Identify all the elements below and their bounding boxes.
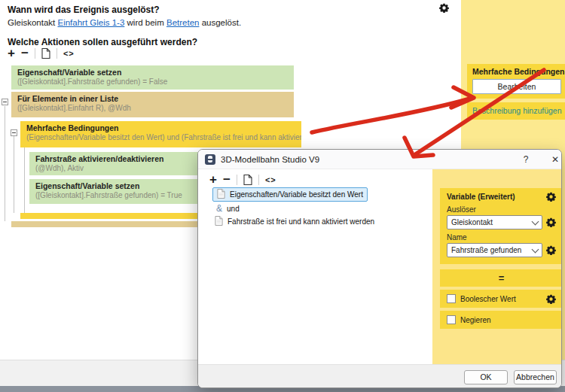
block-title: Eigenschaft/Variable setzen [17, 68, 288, 77]
add-action-button[interactable]: + [8, 47, 15, 59]
variable-name-select[interactable]: Fahrstraße gefunden [447, 243, 542, 257]
trigger-select[interactable]: Gleiskontakt [447, 215, 542, 229]
remove-action-button[interactable]: − [21, 48, 29, 59]
trigger-suffix: ausgelöst. [202, 18, 241, 27]
gear-icon[interactable] [439, 2, 449, 16]
question-when-heading: Wann wird das Ereignis ausgelöst? [8, 5, 160, 15]
tree-guide-line [14, 136, 14, 213]
toolbar-separator [35, 48, 35, 59]
negate-label: Negieren [460, 316, 491, 324]
trigger-object-link[interactable]: Einfahrt Gleis 1-3 [57, 18, 124, 27]
name-label: Name [447, 233, 556, 242]
conditions-dialog: 3D-Modellbahn Studio V9 ? ✕ + − <> Eigen… [197, 149, 562, 388]
conditions-toolbar: + − <> [209, 173, 276, 187]
remove-condition-button[interactable]: − [223, 175, 231, 185]
toolbar-separator [237, 175, 237, 185]
add-description-link[interactable]: Beschreibung hinzufügen [467, 102, 565, 115]
chevron-down-icon [532, 245, 539, 253]
and-operator-icon: & [216, 203, 222, 214]
trigger-event-link[interactable]: Betreten [166, 18, 199, 27]
variable-name-value: Fahrstraße gefunden [451, 246, 521, 254]
cancel-button[interactable]: Abbrechen [514, 370, 557, 384]
condition-operator-row[interactable]: & und [216, 203, 240, 214]
variable-section: Variable (Erweitert) Auslöser Gleiskonta… [440, 188, 562, 264]
block-detail: (Eigenschaften/Variable besitzt den Wert… [26, 133, 295, 142]
app-icon [205, 154, 215, 165]
tree-guide-line [5, 106, 5, 221]
negate-section: Negieren [440, 311, 562, 329]
trigger-sentence: Gleiskontakt Einfahrt Gleis 1-3 wird bei… [8, 18, 241, 27]
gear-icon[interactable] [546, 294, 556, 304]
add-condition-button[interactable]: + [209, 174, 217, 186]
actions-toolbar: + − <> [8, 47, 75, 60]
boolean-value-label: Boolescher Wert [460, 295, 516, 303]
condition-label: Eigenschaften/Variable besitzt den Wert [230, 190, 363, 199]
block-detail: ([Gleiskontakt].Fahrstraße gefunden) = F… [17, 77, 288, 87]
panel-title: Mehrfache Bedingungen [467, 64, 565, 76]
page-icon [217, 189, 225, 200]
tree-guide-line [24, 147, 25, 213]
code-view-button[interactable]: <> [63, 49, 75, 58]
dialog-titlebar[interactable]: 3D-Modellbahn Studio V9 ? ✕ [198, 150, 561, 169]
copy-page-icon[interactable] [243, 175, 252, 185]
action-block-multiple-conditions[interactable]: Mehrfache Bedingungen (Eigenschaften/Var… [20, 121, 301, 147]
chevron-down-icon [532, 217, 539, 225]
selected-action-panel: Mehrfache Bedingungen Bearbeiten [467, 64, 565, 99]
operator-label: und [227, 205, 240, 213]
comparison-operator: = [440, 269, 562, 287]
toolbar-separator [258, 175, 259, 185]
ok-button[interactable]: OK [464, 370, 508, 384]
gear-icon[interactable] [546, 192, 556, 202]
trigger-mid: wird beim [127, 18, 164, 27]
dialog-title: 3D-Modellbahn Studio V9 [221, 150, 319, 169]
edit-conditions-button[interactable]: Bearbeiten [472, 79, 561, 94]
block-title: Für Elemente in einer Liste [17, 94, 288, 104]
code-view-button[interactable]: <> [265, 175, 276, 184]
block-title: Mehrfache Bedingungen [26, 123, 295, 133]
annotation-arrow-to-edit-button [312, 99, 470, 132]
comparison-section[interactable]: = [440, 269, 562, 287]
condition-list-item[interactable]: Fahrstraße ist frei und kann aktiviert w… [215, 216, 374, 227]
help-button[interactable]: ? [518, 150, 534, 169]
page-icon [215, 216, 223, 227]
condition-label: Fahrstraße ist frei und kann aktiviert w… [228, 217, 374, 226]
add-description-panel: Beschreibung hinzufügen [467, 102, 565, 120]
trigger-label: Auslöser [447, 205, 556, 214]
action-block-set-variable-false[interactable]: Eigenschaft/Variable setzen ([Gleiskonta… [11, 65, 294, 90]
question-actions-heading: Welche Aktionen sollen ausgeführt werden… [8, 37, 197, 47]
boolean-value-section: Boolescher Wert [440, 290, 562, 308]
collapse-toggle-conditions[interactable] [11, 129, 17, 136]
section-header: Variable (Erweitert) [447, 193, 515, 201]
block-detail: ([Gleiskontakt].Einfahrt R), @Wdh [17, 104, 288, 113]
event-editor-window: Wann wird das Ereignis ausgelöst? Gleisk… [0, 0, 565, 392]
close-icon[interactable]: ✕ [548, 150, 562, 169]
gear-icon[interactable] [546, 217, 556, 227]
action-block-for-each[interactable]: Für Elemente in einer Liste ([Gleiskonta… [11, 92, 294, 117]
boolean-value-checkbox[interactable] [447, 294, 456, 303]
collapse-toggle-for-each[interactable] [2, 99, 8, 105]
condition-properties-panel: Variable (Erweitert) Auslöser Gleiskonta… [432, 169, 562, 364]
trigger-select-value: Gleiskontakt [451, 218, 493, 226]
dialog-footer: OK Abbrechen [198, 364, 561, 388]
negate-checkbox[interactable] [447, 315, 456, 324]
copy-page-icon[interactable] [41, 48, 50, 59]
trigger-prefix: Gleiskontakt [8, 18, 55, 27]
condition-list-item-selected[interactable]: Eigenschaften/Variable besitzt den Wert [212, 187, 368, 202]
toolbar-separator [56, 48, 57, 59]
gear-icon[interactable] [546, 245, 556, 255]
